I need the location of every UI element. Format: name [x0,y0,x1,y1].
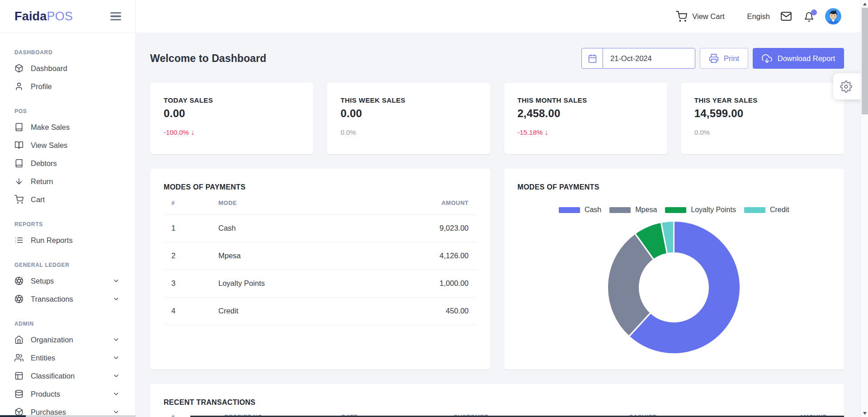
sidebar-item-organization[interactable]: Organization [0,331,135,349]
sidebar-section-label-pos: POS [0,107,135,116]
chevron-down-icon [113,295,120,303]
donut-chart: CashMpesaLoyalty PointsCredit [518,192,831,355]
chevron-down-icon [113,354,120,361]
sidebar-item-classification[interactable]: Classification [0,367,135,385]
language-selector[interactable]: Engish [747,12,770,21]
payments-col-amount: AMOUNT [362,192,476,214]
payment-mode: Credit [218,297,362,325]
notifications-button[interactable] [804,10,815,22]
legend-label: Credit [770,206,789,214]
payments-table-card: MODES OF PAYMENTS #MODEAMOUNT 1Cash9,023… [150,169,491,370]
chevron-down-icon [113,390,120,398]
payment-index: 2 [164,242,218,270]
sidebar-item-entities[interactable]: Entities [0,349,135,367]
book-icon [14,123,24,132]
payment-index: 4 [164,297,218,325]
sidebar-horizontal-scrollbar-thumb[interactable] [0,415,26,417]
view-cart-label: View Cart [692,12,724,21]
sidebar-item-dashboard[interactable]: Dashboard [0,59,135,77]
header-controls: Print Download Report [581,48,844,69]
sidebar-item-view-sales[interactable]: View Sales [0,136,135,154]
sidebar-item-label: Make Sales [31,123,120,132]
sidebar-item-setups[interactable]: Setups [0,272,135,290]
payment-index: 1 [164,214,218,242]
legend-swatch [665,207,686,213]
payments-row-cash: 1Cash9,023.00 [164,214,477,242]
sidebar-item-label: Cart [31,195,120,204]
arrow-down-icon [14,177,24,186]
date-input[interactable] [603,48,695,68]
legend-label: Loyalty Points [691,206,736,214]
sidebar-item-run-reports[interactable]: Run Reports [0,231,135,249]
sidebar-item-label: Setups [31,277,113,285]
sidebar-item-label: Transactions [31,295,113,303]
arrow-down-icon: ↓ [545,128,548,136]
payments-table-title: MODES OF PAYMENTS [164,182,477,192]
print-button[interactable]: Print [700,48,748,69]
sidebar-section-label-admin: ADMIN [0,319,135,328]
recent-transactions-card: RECENT TRANSACTIONS #RECEIPT NODATECUSTO… [150,384,844,417]
scrollbar-up-arrow[interactable] [861,0,868,8]
sidebar-item-profile[interactable]: Profile [0,77,135,95]
stat-label: THIS WEEK SALES [340,97,476,104]
stat-label: TODAY SALES [164,97,300,104]
database-icon [14,389,24,398]
sidebar-item-products[interactable]: Products [0,385,135,403]
sidebar-section-label-general-ledger: GENERAL LEDGER [0,261,135,270]
mail-button[interactable] [780,10,792,22]
legend-item-loyalty-points[interactable]: Loyalty Points [665,206,736,214]
sidebar-item-debtors[interactable]: Debtors [0,154,135,172]
sidebar-item-label: Profile [31,82,120,91]
sidebar-horizontal-scrollbar[interactable] [0,415,136,417]
stat-value: 0.00 [340,108,476,119]
sidebar-item-label: Run Reports [31,236,120,245]
payment-mode: Loyalty Points [218,270,362,297]
calendar-icon[interactable] [582,48,603,68]
stat-card-this-month-sales: THIS MONTH SALES2,458.00-15.18% ↓ [504,83,667,154]
app-logo[interactable]: FaidaPOS [14,9,73,24]
sidebar-item-cart[interactable]: Cart [0,190,135,208]
stat-card-this-week-sales: THIS WEEK SALES0.000.0% [327,83,490,154]
chart-legend: CashMpesaLoyalty PointsCredit [559,206,789,214]
list-icon [14,236,24,245]
sidebar-section-label-reports: REPORTS [0,220,135,229]
sidebar-item-return[interactable]: Return [0,172,135,190]
logo-text-bold: Faida [14,9,47,23]
payments-row-loyalty-points: 3Loyalty Points1,000.00 [164,270,477,297]
layout-icon [14,371,24,380]
home-icon [14,335,24,344]
recent-transactions-title: RECENT TRANSACTIONS [164,398,830,407]
vertical-scrollbar[interactable] [860,0,868,417]
scrollbar-thumb[interactable] [862,8,868,114]
scrollbar-down-arrow[interactable] [861,409,868,417]
book-open-icon [14,141,24,150]
date-picker [581,48,695,69]
package-icon [14,64,24,73]
sidebar-item-label: View Sales [31,141,120,150]
sidebar-section-label-dashboard: DASHBOARD [0,48,135,57]
sidebar: FaidaPOS DASHBOARDDashboardProfilePOSMak… [0,0,136,417]
chevron-down-icon [113,372,120,379]
avatar[interactable] [825,8,841,24]
stat-change: 0.0% [340,129,476,136]
stats-row: TODAY SALES0.00-100.0% ↓THIS WEEK SALES0… [150,83,844,154]
sidebar-item-make-sales[interactable]: Make Sales [0,118,135,136]
sidebar-item-label: Entities [31,354,113,362]
legend-swatch [609,207,631,213]
aperture-icon [14,294,24,303]
payments-chart-title: MODES OF PAYMENTS [518,182,831,192]
legend-item-cash[interactable]: Cash [559,206,601,214]
download-report-button[interactable]: Download Report [753,48,844,69]
menu-toggle-button[interactable] [110,10,121,22]
chevron-down-icon [113,408,120,416]
legend-item-mpesa[interactable]: Mpesa [609,206,657,214]
chevron-down-icon [113,336,120,343]
stat-value: 0.00 [164,108,300,119]
view-cart-button[interactable]: View Cart [676,11,724,22]
payments-row: MODES OF PAYMENTS #MODEAMOUNT 1Cash9,023… [150,169,844,370]
payments-table: #MODEAMOUNT 1Cash9,023.002Mpesa4,126.003… [164,192,477,325]
payment-amount: 9,023.00 [362,214,476,242]
legend-item-credit[interactable]: Credit [744,206,789,214]
sidebar-item-transactions[interactable]: Transactions [0,290,135,308]
payment-mode: Cash [218,214,362,242]
